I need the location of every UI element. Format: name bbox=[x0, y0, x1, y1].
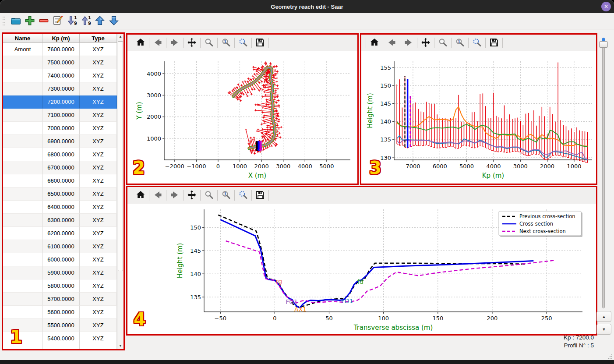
home-button[interactable] bbox=[134, 189, 147, 202]
toolbar-drag-handle[interactable] bbox=[2, 15, 6, 27]
zoom-fit-button[interactable] bbox=[470, 36, 483, 49]
cell-kp[interactable]: 7300.0000 bbox=[42, 82, 80, 95]
cell-type[interactable]: XYZ bbox=[80, 279, 117, 293]
cell-kp[interactable]: 6700.0000 bbox=[42, 161, 80, 174]
home-button[interactable] bbox=[368, 36, 381, 49]
table-row[interactable]: 6800.0000XYZ bbox=[3, 148, 117, 161]
cell-name[interactable] bbox=[3, 319, 42, 332]
cell-kp[interactable]: 7100.0000 bbox=[42, 109, 80, 122]
table-row[interactable]: 5900.0000XYZ bbox=[3, 266, 117, 279]
plan-view-plot[interactable]: −2000−1000010002000300040005000100020003… bbox=[127, 51, 357, 184]
cell-name[interactable] bbox=[3, 161, 42, 174]
table-row[interactable]: 6500.0000XYZ bbox=[3, 187, 117, 201]
cell-name[interactable] bbox=[3, 201, 42, 214]
cell-name[interactable] bbox=[3, 69, 42, 82]
cell-type[interactable]: XYZ bbox=[80, 306, 117, 319]
open-folder-button[interactable] bbox=[9, 14, 23, 28]
cell-type[interactable]: XYZ bbox=[80, 95, 117, 109]
cell-kp[interactable]: 5500.0000 bbox=[42, 319, 80, 332]
cell-kp[interactable]: 7400.0000 bbox=[42, 69, 80, 82]
cell-name[interactable] bbox=[3, 174, 42, 187]
column-header-kp[interactable]: Kp (m) bbox=[42, 34, 80, 42]
table-row[interactable]: 7000.0000XYZ bbox=[3, 122, 117, 135]
cell-kp[interactable]: 6000.0000 bbox=[42, 253, 80, 266]
scroll-down-icon[interactable]: ▼ bbox=[117, 343, 124, 349]
pan-button[interactable] bbox=[419, 36, 432, 49]
cell-kp[interactable]: 6200.0000 bbox=[42, 227, 80, 240]
cell-kp[interactable]: 7500.0000 bbox=[42, 56, 80, 69]
sort-ascending-button[interactable]: 19 bbox=[79, 14, 93, 28]
cell-kp[interactable]: 6600.0000 bbox=[42, 174, 80, 187]
cell-name[interactable] bbox=[3, 306, 42, 319]
table-row[interactable]: 6100.0000XYZ bbox=[3, 240, 117, 253]
cell-kp[interactable]: 5400.0000 bbox=[42, 332, 80, 345]
cell-name[interactable] bbox=[3, 253, 42, 266]
cell-type[interactable]: XYZ bbox=[80, 161, 117, 174]
remove-row-button[interactable] bbox=[37, 14, 51, 28]
cell-type[interactable]: XYZ bbox=[80, 109, 117, 122]
cell-name[interactable]: Amont bbox=[3, 43, 42, 56]
back-button[interactable] bbox=[151, 189, 164, 202]
table-scrollbar[interactable]: ▲ ▼ bbox=[117, 34, 124, 349]
move-down-button[interactable] bbox=[107, 14, 121, 28]
cell-name[interactable] bbox=[3, 122, 42, 135]
cell-kp[interactable]: 6400.0000 bbox=[42, 201, 80, 214]
edit-rows-button[interactable] bbox=[51, 14, 65, 28]
table-row[interactable]: 7500.0000XYZ bbox=[3, 56, 117, 69]
scrollbar-thumb[interactable] bbox=[118, 41, 123, 271]
cell-name[interactable] bbox=[3, 187, 42, 201]
cell-name[interactable] bbox=[3, 95, 42, 109]
cell-type[interactable]: XYZ bbox=[80, 266, 117, 279]
resize-grip[interactable] bbox=[607, 354, 613, 359]
table-row[interactable]: 6400.0000XYZ bbox=[3, 201, 117, 214]
save-button[interactable] bbox=[254, 36, 267, 49]
cell-type[interactable]: XYZ bbox=[80, 187, 117, 201]
table-row[interactable]: 6600.0000XYZ bbox=[3, 174, 117, 187]
cell-kp[interactable]: 7000.0000 bbox=[42, 122, 80, 135]
cell-type[interactable]: XYZ bbox=[80, 332, 117, 345]
cell-kp[interactable]: 6100.0000 bbox=[42, 240, 80, 253]
pan-button[interactable] bbox=[185, 36, 198, 49]
cell-kp[interactable]: 5600.0000 bbox=[42, 306, 80, 319]
cross-section-plot[interactable]: −50050100150200250135140145150Transverse… bbox=[127, 204, 596, 334]
forward-button[interactable] bbox=[168, 189, 181, 202]
save-button[interactable] bbox=[487, 36, 501, 49]
slider-track[interactable] bbox=[602, 38, 605, 308]
cell-type[interactable]: XYZ bbox=[80, 56, 117, 69]
cell-kp[interactable]: 5700.0000 bbox=[42, 293, 80, 306]
zoom-one-button[interactable]: 1 bbox=[219, 36, 233, 49]
cell-name[interactable] bbox=[3, 56, 42, 69]
back-button[interactable] bbox=[385, 36, 398, 49]
profile-down-button[interactable]: ▼ bbox=[596, 324, 611, 335]
cell-kp[interactable]: 5800.0000 bbox=[42, 279, 80, 293]
forward-button[interactable] bbox=[168, 36, 181, 49]
table-row[interactable]: 5600.0000XYZ bbox=[3, 306, 117, 319]
cell-name[interactable] bbox=[3, 82, 42, 95]
cell-kp[interactable]: 6800.0000 bbox=[42, 148, 80, 161]
table-row[interactable]: 6700.0000XYZ bbox=[3, 161, 117, 174]
cell-kp[interactable]: 7200.0000 bbox=[42, 95, 80, 109]
table-row[interactable]: 5800.0000XYZ bbox=[3, 279, 117, 293]
home-button[interactable] bbox=[134, 36, 147, 49]
cell-name[interactable] bbox=[3, 293, 42, 306]
cell-name[interactable] bbox=[3, 279, 42, 293]
table-row[interactable]: 6000.0000XYZ bbox=[3, 253, 117, 266]
table-row[interactable]: 7100.0000XYZ bbox=[3, 109, 117, 122]
cell-kp[interactable]: 6300.0000 bbox=[42, 214, 80, 227]
zoom-button[interactable] bbox=[202, 36, 215, 49]
cell-type[interactable]: XYZ bbox=[80, 227, 117, 240]
cell-type[interactable]: XYZ bbox=[80, 135, 117, 148]
pan-button[interactable] bbox=[185, 189, 198, 202]
cell-type[interactable]: XYZ bbox=[80, 240, 117, 253]
cell-type[interactable]: XYZ bbox=[80, 253, 117, 266]
cell-type[interactable]: XYZ bbox=[80, 201, 117, 214]
cell-type[interactable]: XYZ bbox=[80, 174, 117, 187]
table-row[interactable]: 7200.0000XYZ bbox=[3, 95, 117, 109]
save-button[interactable] bbox=[254, 189, 267, 202]
cell-type[interactable]: XYZ bbox=[80, 82, 117, 95]
table-row[interactable]: 5700.0000XYZ bbox=[3, 293, 117, 306]
profile-up-button[interactable]: ▲ bbox=[596, 311, 611, 322]
slider-handle[interactable] bbox=[599, 41, 608, 48]
table-row[interactable]: 6900.0000XYZ bbox=[3, 135, 117, 148]
cell-name[interactable] bbox=[3, 135, 42, 148]
